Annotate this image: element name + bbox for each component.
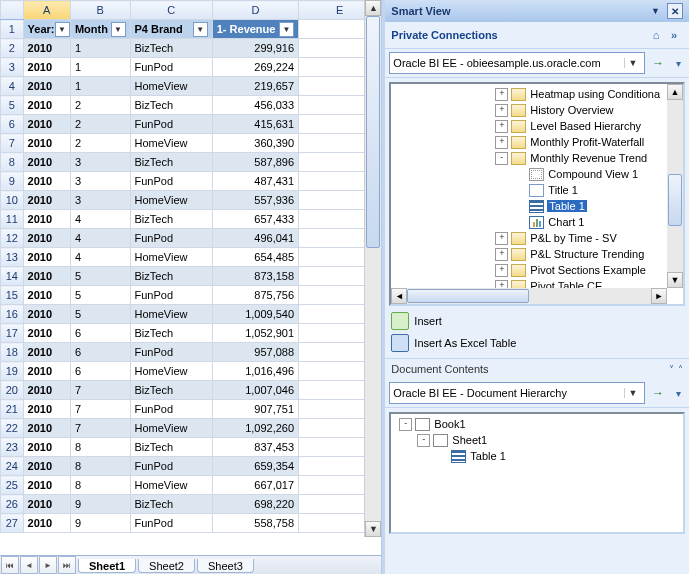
cell-revenue[interactable]: 698,220: [212, 495, 298, 514]
section-collapse-icon[interactable]: ˅: [669, 364, 674, 375]
cell-revenue[interactable]: 907,751: [212, 400, 298, 419]
tree-node[interactable]: +History Overview: [395, 102, 665, 118]
cell-revenue[interactable]: 837,453: [212, 438, 298, 457]
cell-revenue[interactable]: 667,017: [212, 476, 298, 495]
tree-scroll-down[interactable]: ▼: [667, 272, 683, 288]
scroll-thumb[interactable]: [366, 16, 380, 248]
tree-expander[interactable]: +: [495, 248, 508, 261]
tree-scroll-left[interactable]: ◄: [391, 288, 407, 304]
tree-expander[interactable]: +: [495, 88, 508, 101]
cell-month[interactable]: 1: [70, 77, 130, 96]
cell-revenue[interactable]: 415,631: [212, 115, 298, 134]
cell-year[interactable]: 2010: [23, 457, 70, 476]
tab-nav-next[interactable]: ►: [39, 556, 57, 574]
row-header[interactable]: 9: [1, 172, 24, 191]
cell-brand[interactable]: BizTech: [130, 438, 212, 457]
cell-month[interactable]: 8: [70, 457, 130, 476]
cell-brand[interactable]: HomeView: [130, 362, 212, 381]
row-header[interactable]: 6: [1, 115, 24, 134]
cell-month[interactable]: 5: [70, 286, 130, 305]
row-header[interactable]: 2: [1, 39, 24, 58]
tree-node[interactable]: Title 1: [395, 182, 665, 198]
cell-year[interactable]: 2010: [23, 514, 70, 533]
dropdown-arrow-icon[interactable]: ▼: [624, 388, 641, 398]
cell-brand[interactable]: FunPod: [130, 172, 212, 191]
scroll-up-button[interactable]: ▲: [365, 0, 381, 16]
col-header-c[interactable]: C: [130, 1, 212, 20]
worksheet[interactable]: A B C D E 1Year:▼Month▼P4 Brand▼1- Reven…: [0, 0, 381, 533]
cell-year[interactable]: 2010: [23, 153, 70, 172]
dropdown-arrow-icon[interactable]: ▼: [624, 58, 641, 68]
cell-month[interactable]: 9: [70, 514, 130, 533]
cell-brand[interactable]: BizTech: [130, 495, 212, 514]
cell-month[interactable]: 8: [70, 438, 130, 457]
row-header[interactable]: 10: [1, 191, 24, 210]
tree-node[interactable]: +Pivot Sections Example: [395, 262, 665, 278]
cell-year[interactable]: 2010: [23, 96, 70, 115]
tree-hscroll-thumb[interactable]: [407, 289, 529, 303]
tree-node[interactable]: +Level Based Hierarchy: [395, 118, 665, 134]
tree-expander[interactable]: -: [399, 418, 412, 431]
tree-node[interactable]: -Monthly Revenue Trend: [395, 150, 665, 166]
cell-brand[interactable]: FunPod: [130, 286, 212, 305]
row-header[interactable]: 19: [1, 362, 24, 381]
scroll-down-button[interactable]: ▼: [365, 521, 381, 537]
tree-node[interactable]: -Sheet1: [395, 432, 679, 448]
tree-hscroll[interactable]: ◄ ►: [391, 288, 667, 304]
row-header[interactable]: 25: [1, 476, 24, 495]
tree-vscroll[interactable]: ▲ ▼: [667, 84, 683, 288]
row-header[interactable]: 7: [1, 134, 24, 153]
cell-month[interactable]: 1: [70, 58, 130, 77]
panel-menu-icon[interactable]: ▼: [651, 6, 661, 16]
cell-brand[interactable]: BizTech: [130, 96, 212, 115]
cell-brand[interactable]: FunPod: [130, 343, 212, 362]
row-header[interactable]: 21: [1, 400, 24, 419]
cell-month[interactable]: 4: [70, 248, 130, 267]
cell-year[interactable]: 2010: [23, 286, 70, 305]
cell-revenue[interactable]: 299,916: [212, 39, 298, 58]
cell-revenue[interactable]: 659,354: [212, 457, 298, 476]
row-header[interactable]: 12: [1, 229, 24, 248]
filter-button[interactable]: ▼: [55, 22, 70, 37]
tab-nav-first[interactable]: ⏮: [1, 556, 19, 574]
cell-brand[interactable]: HomeView: [130, 476, 212, 495]
tree-node[interactable]: +P&L by Time - SV: [395, 230, 665, 246]
cell-brand[interactable]: HomeView: [130, 248, 212, 267]
cell-year[interactable]: 2010: [23, 248, 70, 267]
row-header[interactable]: 11: [1, 210, 24, 229]
tree-expander[interactable]: +: [495, 232, 508, 245]
cell-brand[interactable]: FunPod: [130, 514, 212, 533]
action-insert[interactable]: Insert: [385, 310, 689, 332]
cell-revenue[interactable]: 587,896: [212, 153, 298, 172]
col-header-a[interactable]: A: [23, 1, 70, 20]
doc-more-button[interactable]: ▾: [671, 388, 685, 399]
cell-revenue[interactable]: 496,041: [212, 229, 298, 248]
cell-year[interactable]: 2010: [23, 400, 70, 419]
filter-button[interactable]: ▼: [193, 22, 208, 37]
sheet-tab-1[interactable]: Sheet1: [78, 559, 136, 573]
row-header[interactable]: 20: [1, 381, 24, 400]
cell-brand[interactable]: BizTech: [130, 39, 212, 58]
filter-header-b[interactable]: Month▼: [70, 20, 130, 39]
action-insert-as-table[interactable]: Insert As Excel Table: [385, 332, 689, 354]
cell-month[interactable]: 7: [70, 400, 130, 419]
tree-expander[interactable]: +: [495, 136, 508, 149]
cell-revenue[interactable]: 875,756: [212, 286, 298, 305]
filter-header-c[interactable]: P4 Brand▼: [130, 20, 212, 39]
row-header[interactable]: 22: [1, 419, 24, 438]
tree-expander[interactable]: -: [495, 152, 508, 165]
cell-month[interactable]: 5: [70, 267, 130, 286]
cell-year[interactable]: 2010: [23, 210, 70, 229]
row-header[interactable]: 17: [1, 324, 24, 343]
cell-revenue[interactable]: 269,224: [212, 58, 298, 77]
row-header[interactable]: 5: [1, 96, 24, 115]
row-header[interactable]: 16: [1, 305, 24, 324]
tab-nav-prev[interactable]: ◄: [20, 556, 38, 574]
cell-month[interactable]: 2: [70, 134, 130, 153]
tree-scroll-up[interactable]: ▲: [667, 84, 683, 100]
document-tree[interactable]: -Book1-Sheet1Table 1: [391, 414, 683, 466]
row-header[interactable]: 23: [1, 438, 24, 457]
row-header[interactable]: 14: [1, 267, 24, 286]
cell-revenue[interactable]: 558,758: [212, 514, 298, 533]
cell-year[interactable]: 2010: [23, 324, 70, 343]
